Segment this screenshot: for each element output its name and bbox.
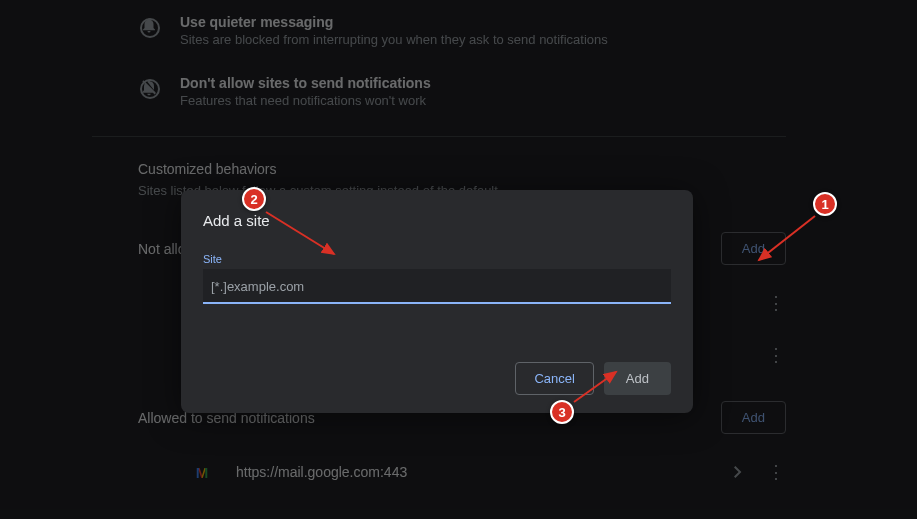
- dialog-actions: Cancel Add: [203, 362, 671, 395]
- site-field-wrap: [203, 269, 671, 304]
- settings-page: Use quieter messaging Sites are blocked …: [0, 0, 917, 519]
- add-button[interactable]: Add: [604, 362, 671, 395]
- cancel-button[interactable]: Cancel: [515, 362, 593, 395]
- annotation-badge-2: 2: [242, 187, 266, 211]
- annotation-badge-3: 3: [550, 400, 574, 424]
- dialog-title: Add a site: [203, 212, 671, 229]
- site-field-label: Site: [203, 253, 671, 265]
- site-input[interactable]: [203, 269, 671, 304]
- annotation-badge-1: 1: [813, 192, 837, 216]
- add-site-dialog: Add a site Site Cancel Add: [181, 190, 693, 413]
